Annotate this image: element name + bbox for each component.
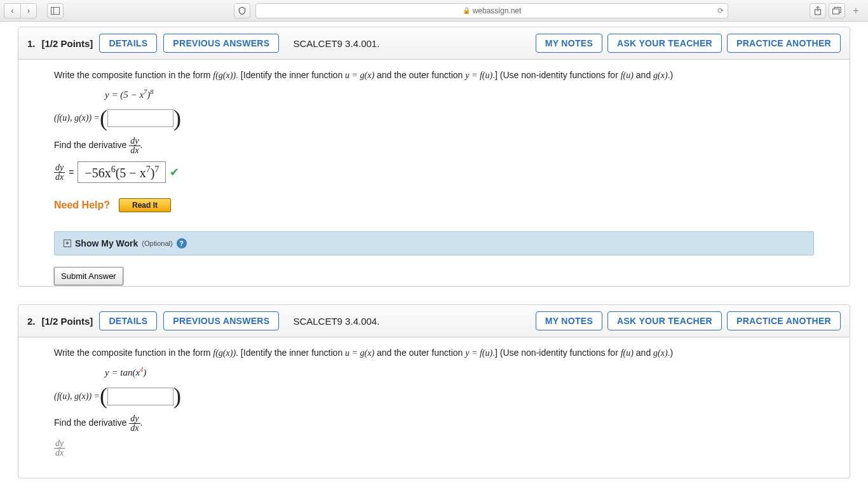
- previous-answers-button[interactable]: PREVIOUS ANSWERS: [163, 34, 279, 53]
- need-help-label: Need Help?: [54, 200, 110, 211]
- derivative-prompt: Find the derivative dydx.: [54, 137, 814, 155]
- derivative-answer: −56x6(5 − x7)7: [78, 161, 166, 184]
- open-paren: (: [100, 109, 107, 128]
- svg-rect-0: [51, 7, 60, 14]
- ask-teacher-button[interactable]: ASK YOUR TEACHER: [607, 311, 722, 330]
- question-code: SCALCET9 3.4.004.: [293, 316, 379, 327]
- privacy-shield-icon[interactable]: [234, 3, 250, 18]
- dydx-label: dydx: [54, 163, 65, 182]
- need-help-row: Need Help? Read It: [54, 198, 814, 212]
- new-tab-button[interactable]: +: [848, 3, 864, 18]
- tuple-input-row: (f(u), g(x)) = ( ): [54, 387, 814, 405]
- question-actions: MY NOTES ASK YOUR TEACHER PRACTICE ANOTH…: [536, 34, 841, 53]
- forward-button[interactable]: ›: [20, 3, 37, 18]
- open-paren: (: [100, 387, 107, 405]
- derivative-partial-row: dydx: [54, 439, 814, 458]
- practice-another-button[interactable]: PRACTICE ANOTHER: [727, 311, 841, 330]
- details-button[interactable]: DETAILS: [99, 311, 157, 330]
- tabs-button[interactable]: [829, 3, 845, 18]
- derivative-prompt: Find the derivative dydx.: [54, 414, 814, 433]
- show-work-label: Show My Work: [75, 238, 138, 248]
- question-1-card: 1. [1/2 Points] DETAILS PREVIOUS ANSWERS…: [18, 27, 850, 287]
- question-points: [1/2 Points]: [42, 38, 93, 49]
- nav-buttons: ‹ ›: [4, 3, 37, 18]
- back-button[interactable]: ‹: [4, 3, 20, 18]
- my-notes-button[interactable]: MY NOTES: [536, 34, 602, 53]
- question-actions: MY NOTES ASK YOUR TEACHER PRACTICE ANOTH…: [536, 311, 841, 330]
- help-icon[interactable]: ?: [177, 238, 187, 248]
- question-code: SCALCET9 3.4.001.: [293, 38, 379, 49]
- details-button[interactable]: DETAILS: [99, 34, 157, 53]
- question-number: 2.: [27, 316, 36, 327]
- tuple-input[interactable]: [107, 109, 173, 127]
- previous-answers-button[interactable]: PREVIOUS ANSWERS: [163, 311, 279, 330]
- optional-label: (Optional): [142, 240, 172, 247]
- sidebar-toggle-button[interactable]: [47, 3, 64, 18]
- close-paren: ): [173, 387, 181, 405]
- expand-icon: +: [64, 240, 71, 247]
- lock-icon: 🔒: [463, 7, 470, 14]
- ask-teacher-button[interactable]: ASK YOUR TEACHER: [607, 34, 722, 53]
- question-1-header: 1. [1/2 Points] DETAILS PREVIOUS ANSWERS…: [18, 27, 850, 60]
- submit-row: Submit Answer: [18, 267, 850, 286]
- read-it-button[interactable]: Read It: [119, 198, 171, 212]
- question-2-body: Write the composite function in the form…: [18, 337, 850, 478]
- page-content: 1. [1/2 Points] DETAILS PREVIOUS ANSWERS…: [0, 22, 868, 478]
- svg-rect-5: [833, 9, 839, 14]
- question-2-header: 2. [1/2 Points] DETAILS PREVIOUS ANSWERS…: [18, 305, 850, 337]
- given-equation: y = (5 − x7)8: [105, 88, 814, 100]
- given-equation: y = tan(x4): [105, 366, 814, 378]
- close-paren: ): [173, 109, 181, 128]
- tuple-input-row: (f(u), g(x)) = ( ): [54, 109, 814, 128]
- url-bar[interactable]: 🔒 webassign.net ⟳: [255, 3, 728, 18]
- dydx-label: dydx: [54, 439, 65, 458]
- question-1-body: Write the composite function in the form…: [18, 60, 850, 267]
- url-text: webassign.net: [473, 6, 522, 15]
- share-button[interactable]: [810, 3, 826, 18]
- question-prompt: Write the composite function in the form…: [54, 69, 814, 82]
- tuple-input[interactable]: [107, 388, 173, 405]
- practice-another-button[interactable]: PRACTICE ANOTHER: [727, 34, 841, 53]
- refresh-icon[interactable]: ⟳: [717, 6, 724, 15]
- question-2-card: 2. [1/2 Points] DETAILS PREVIOUS ANSWERS…: [18, 304, 850, 478]
- tuple-label: (f(u), g(x)) =: [54, 391, 100, 402]
- submit-answer-button[interactable]: Submit Answer: [54, 267, 123, 285]
- question-number: 1.: [27, 38, 36, 49]
- correct-check-icon: ✔: [170, 165, 179, 179]
- question-prompt: Write the composite function in the form…: [54, 346, 814, 360]
- my-notes-button[interactable]: MY NOTES: [536, 311, 602, 330]
- show-my-work-panel[interactable]: + Show My Work (Optional) ?: [54, 231, 814, 255]
- question-points: [1/2 Points]: [42, 316, 93, 327]
- tuple-label: (f(u), g(x)) =: [54, 113, 100, 123]
- browser-toolbar: ‹ › 🔒 webassign.net ⟳ +: [0, 0, 868, 22]
- derivative-answer-row: dydx = −56x6(5 − x7)7 ✔: [54, 161, 814, 184]
